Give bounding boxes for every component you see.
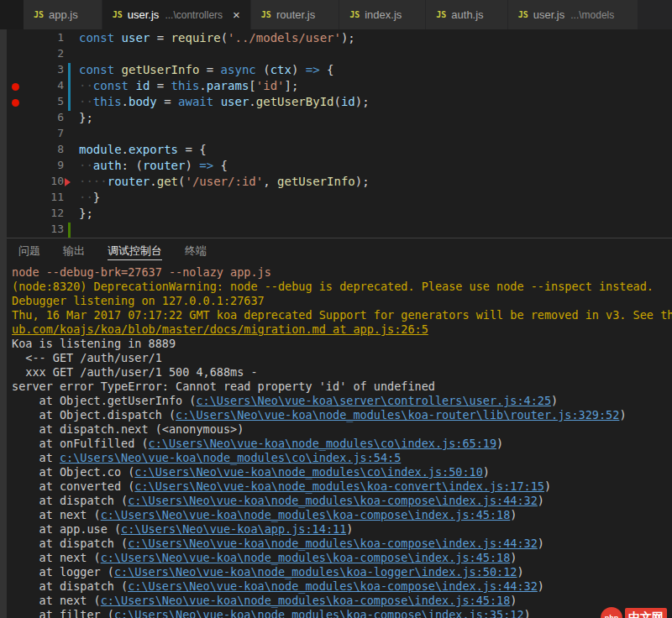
editor-tab-user-models[interactable]: JSuser.js...\models (508, 0, 638, 29)
bottom-panel: 问题输出调试控制台终端 node --debug-brk=27637 --nol… (7, 238, 672, 618)
console-link[interactable]: c:\Users\Neo\vue-koa\node_modules\koa-co… (101, 594, 511, 607)
code-text: ··const id = this.params['id']; (74, 79, 298, 95)
breakpoint-margin[interactable] (7, 143, 25, 159)
panel-tab-bar: 问题输出调试控制台终端 (7, 238, 672, 264)
console-link[interactable]: c:\Users\Neo\vue-koa\node_modules\koa-co… (128, 494, 538, 507)
editor-tab-auth[interactable]: JSauth.js (426, 0, 507, 29)
console-text: at logger ( (12, 565, 114, 579)
code-line[interactable]: 6}; (7, 111, 672, 127)
code-line[interactable]: 3const getUserInfo = async (ctx) => { (7, 63, 672, 79)
breakpoint-margin[interactable] (7, 111, 25, 127)
console-text: at converted ( (12, 479, 134, 493)
code-line[interactable]: 11··} (7, 191, 672, 207)
console-text: ) (510, 594, 517, 607)
code-line[interactable]: 13 (7, 223, 672, 238)
console-line: at Object.co (c:\Users\Neo\vue-koa\node_… (12, 465, 672, 479)
line-number: 2 (25, 47, 64, 63)
js-file-icon: JS (436, 10, 446, 19)
editor-tab-app[interactable]: JSapp.js (24, 0, 102, 29)
console-link[interactable]: c:\Users\Neo\vue-koa\node_modules\koa-co… (114, 608, 524, 618)
console-text: ) (510, 551, 517, 564)
breakpoint-margin[interactable] (7, 175, 25, 191)
console-link[interactable]: c:\Users\Neo\vue-koa\node_modules\koa-co… (128, 537, 538, 550)
console-line: at app.use (c:\Users\Neo\vue-koa\app.js:… (12, 522, 672, 537)
console-text: node --debug-brk=27637 --nolazy app.js (12, 265, 271, 279)
editor-tab-user-controllers[interactable]: JSuser.js...\controllers× (102, 0, 250, 29)
console-text: <-- GET /auth/user/1 (12, 351, 162, 364)
breakpoint-margin[interactable] (7, 127, 25, 143)
console-link[interactable]: c:\Users\Neo\vue-koa\node_modules\koa-ro… (176, 408, 619, 422)
console-link[interactable]: c:\Users\Neo\vue-koa\node_modules\co\ind… (149, 437, 497, 450)
breakpoint-margin[interactable] (7, 31, 25, 47)
panel-tab-problems[interactable]: 问题 (18, 243, 40, 259)
code-line[interactable]: 2 (7, 47, 672, 63)
console-link[interactable]: c:\Users\Neo\vue-koa\app.js:14:11 (121, 522, 346, 536)
code-editor[interactable]: 1const user = require('../models/user');… (7, 29, 672, 238)
panel-tab-output[interactable]: 输出 (63, 243, 85, 259)
console-text: at next ( (12, 508, 101, 521)
editor-tabs: JSapp.jsJSuser.js...\controllers×JSroute… (24, 0, 638, 29)
code-line[interactable]: 9··auth: (router) => { (7, 159, 672, 175)
php-cn-logo-icon: php (601, 607, 622, 618)
code-line[interactable]: 4··const id = this.params['id']; (7, 79, 672, 95)
line-number: 13 (25, 223, 64, 238)
code-line[interactable]: 7 (7, 127, 672, 143)
tab-label: user.js (533, 8, 565, 21)
code-line[interactable]: 10····router.get('/user/:id', getUserInf… (7, 175, 672, 191)
line-number: 1 (25, 31, 64, 47)
code-line[interactable]: 1const user = require('../models/user'); (7, 31, 672, 47)
console-link[interactable]: c:\Users\Neo\vue-koa\server\controllers\… (196, 394, 551, 407)
breakpoint-margin[interactable] (7, 95, 25, 111)
breakpoint-margin[interactable] (7, 223, 25, 238)
line-number: 8 (25, 143, 64, 159)
console-text: ) (538, 537, 544, 550)
code-line[interactable]: 5··this.body = await user.getUserById(id… (7, 95, 672, 111)
gutter-decoration (64, 175, 74, 191)
breakpoint-margin[interactable] (7, 79, 25, 95)
panel-tab-debug-console[interactable]: 调试控制台 (108, 243, 162, 260)
breakpoint-margin[interactable] (7, 207, 25, 223)
console-line: at dispatch (c:\Users\Neo\vue-koa\node_m… (12, 579, 672, 594)
console-text: at onFulfilled ( (12, 437, 149, 450)
console-link[interactable]: c:\Users\Neo\vue-koa\node_modules\koa-co… (128, 579, 538, 593)
breakpoint-margin[interactable] (7, 63, 25, 79)
gutter-decoration (64, 95, 74, 111)
code-line[interactable]: 8module.exports = { (7, 143, 672, 159)
editor-tab-index[interactable]: JSindex.js (339, 0, 425, 29)
console-text: Thu, 16 Mar 2017 07:17:22 GMT koa deprec… (12, 308, 672, 322)
debug-console-output[interactable]: node --debug-brk=27637 --nolazy app.js(n… (7, 264, 672, 618)
console-link[interactable]: c:\Users\Neo\vue-koa\node_modules\koa-lo… (114, 565, 517, 579)
code-text: }; (74, 207, 93, 223)
breakpoint-margin[interactable] (7, 191, 25, 207)
gutter-decoration (64, 111, 74, 127)
console-link[interactable]: c:\Users\Neo\vue-koa\node_modules\koa-co… (101, 551, 511, 564)
js-file-icon: JS (518, 10, 528, 19)
code-line[interactable]: 12}; (7, 207, 672, 223)
code-text: ····router.get('/user/:id', getUserInfo)… (74, 175, 370, 191)
console-link[interactable]: ub.com/koajs/koa/blob/master/docs/migrat… (12, 322, 428, 336)
tab-description: ...\controllers (165, 9, 223, 21)
gutter-decoration (64, 31, 74, 47)
console-link[interactable]: c:\Users\Neo\vue-koa\node_modules\koa-co… (101, 508, 511, 521)
gutter-decoration (64, 47, 74, 63)
breakpoint-margin[interactable] (7, 47, 25, 63)
console-link[interactable]: c:\Users\Neo\vue-koa\node_modules\koa-co… (134, 479, 544, 493)
editor-tab-router[interactable]: JSrouter.js (251, 0, 339, 29)
breakpoint-icon[interactable] (12, 83, 19, 91)
console-text: ) (538, 494, 544, 507)
tab-label: auth.js (451, 8, 483, 21)
panel-tab-terminal[interactable]: 终端 (185, 243, 207, 259)
console-line: at dispatch.next (<anonymous>) (12, 422, 672, 437)
console-line: at Object.getUserInfo (c:\Users\Neo\vue-… (12, 394, 672, 408)
line-number: 11 (25, 191, 64, 207)
gutter-decoration (64, 143, 74, 159)
console-link[interactable]: c:\Users\Neo\vue-koa\node_modules\co\ind… (134, 465, 483, 479)
breakpoint-margin[interactable] (7, 159, 25, 175)
console-text: at next ( (12, 594, 101, 607)
console-line: at next (c:\Users\Neo\vue-koa\node_modul… (12, 508, 672, 522)
close-tab-icon[interactable]: × (233, 8, 240, 21)
breakpoint-icon[interactable] (12, 99, 19, 107)
console-text: ) (524, 608, 531, 618)
console-text: ) (517, 565, 523, 579)
console-link[interactable]: c:\Users\Neo\vue-koa\node_modules\co\ind… (60, 451, 401, 464)
